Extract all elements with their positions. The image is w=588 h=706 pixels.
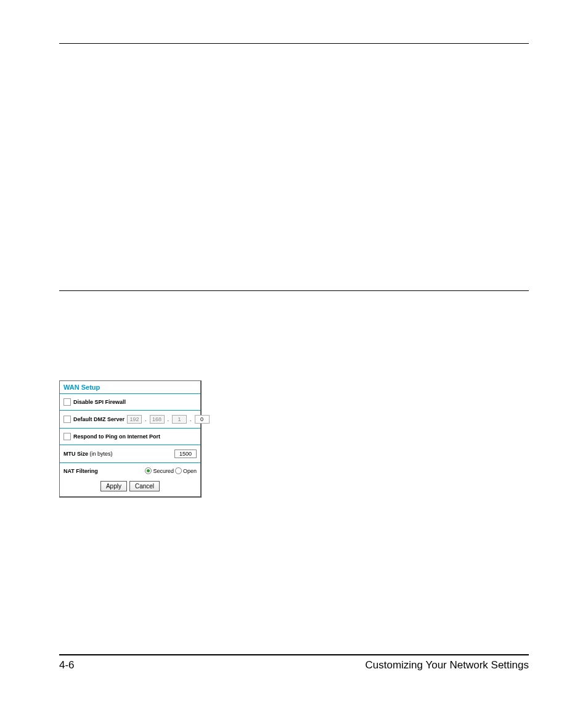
divider [60,445,200,445]
nat-secured-radio[interactable] [145,467,152,474]
respond-ping-checkbox[interactable] [63,433,71,440]
spacer [59,44,529,290]
cancel-button[interactable]: Cancel [129,481,160,491]
dmz-label: Default DMZ Server [73,416,125,422]
nat-radio-group: Secured Open [145,467,197,474]
panel-title: WAN Setup [60,381,200,392]
divider [60,462,200,463]
spacer [59,291,529,380]
respond-ping-label: Respond to Ping on Internet Port [73,433,160,440]
dmz-octet-3[interactable] [172,415,187,424]
dot-separator: . [144,416,147,422]
dot-separator: . [189,416,192,422]
disable-spi-label: Disable SPI Firewall [73,399,126,405]
mtu-label-group: MTU Size (in bytes) [63,451,113,457]
page-footer: 4-6 Customizing Your Network Settings [59,654,529,671]
divider [60,410,200,411]
mtu-input[interactable] [174,449,197,458]
apply-button[interactable]: Apply [100,481,127,491]
disable-spi-row: Disable SPI Firewall [60,395,200,409]
nat-label: NAT Filtering [63,468,98,474]
nat-row: NAT Filtering Secured Open [60,464,200,477]
page-number: 4-6 [59,659,75,671]
document-page: WAN Setup Disable SPI Firewall Default D… [0,0,588,706]
nat-open-label: Open [183,468,197,474]
divider [60,428,200,429]
dot-separator: . [167,416,170,422]
mtu-unit: (in bytes) [90,451,113,457]
mtu-label: MTU Size [63,451,88,457]
divider [60,393,200,394]
footer-line: 4-6 Customizing Your Network Settings [59,654,529,671]
dmz-octet-4[interactable] [195,415,210,424]
dmz-octet-1[interactable] [127,415,142,424]
dmz-checkbox[interactable] [63,416,71,423]
mtu-row: MTU Size (in bytes) [60,446,200,461]
nat-open-radio[interactable] [175,467,182,474]
dmz-octet-2[interactable] [150,415,165,424]
section-title: Customizing Your Network Settings [365,659,529,671]
wan-setup-panel: WAN Setup Disable SPI Firewall Default D… [59,380,202,498]
disable-spi-checkbox[interactable] [63,398,71,406]
dmz-row: Default DMZ Server . . . [60,412,200,427]
respond-ping-row: Respond to Ping on Internet Port [60,430,200,443]
nat-secured-label: Secured [153,468,174,474]
button-row: Apply Cancel [60,477,200,496]
